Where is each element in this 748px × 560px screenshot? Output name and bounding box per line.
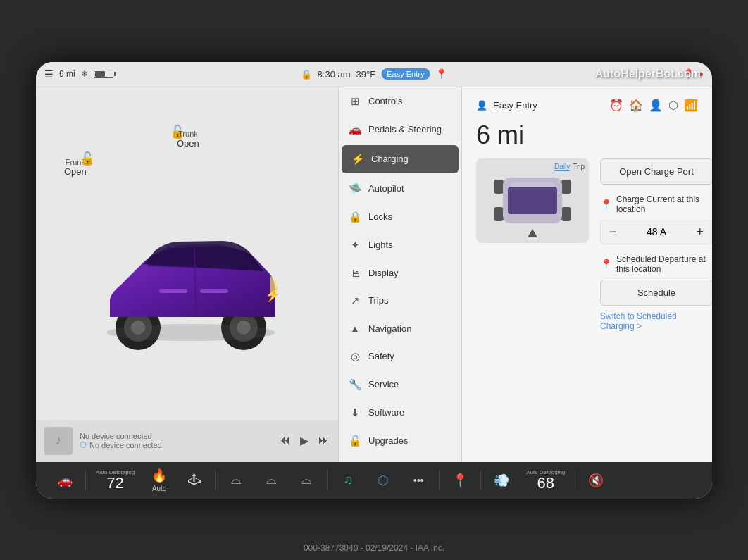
svg-rect-11: [494, 180, 504, 194]
autopilot-label: Autopilot: [368, 183, 404, 194]
svg-rect-13: [561, 180, 571, 194]
menu-item-service[interactable]: 🔧 Service: [339, 371, 461, 399]
service-label: Service: [368, 379, 399, 390]
menu-item-navigation[interactable]: ▲ Navigation: [339, 315, 461, 342]
time-display: 8:30 am: [318, 69, 351, 80]
trip-tab[interactable]: Trip: [573, 163, 585, 171]
display-label: Display: [368, 268, 399, 278]
menu-item-upgrades[interactable]: 🔓 Upgrades: [339, 427, 461, 455]
upgrades-icon: 🔓: [349, 435, 361, 447]
menu-item-autopilot[interactable]: 🛸 Autopilot: [339, 175, 461, 203]
wiper-2-button[interactable]: ⌓: [254, 470, 289, 490]
charging-panel: 👤 Easy Entry ⏰ 🏠 👤 ⬡ 📶 6 mi Daily: [462, 87, 712, 462]
upgrades-label: Upgrades: [368, 435, 408, 446]
increase-current-button[interactable]: +: [696, 225, 704, 239]
driver-temp-value: 72: [106, 475, 123, 491]
menu-item-lights[interactable]: ✦ Lights: [339, 231, 461, 259]
frunk-status: Open: [64, 166, 87, 177]
spotify-icon: ♫: [343, 473, 353, 487]
taskbar: 🚗 Auto Defogging 72 🔥 Auto 🕹 ⌓ ⌓ ⌓ ♫: [36, 462, 712, 499]
profile-icon: 👤: [476, 100, 487, 111]
fan-button[interactable]: 💨: [484, 470, 519, 491]
signal-icon: 📶: [684, 99, 698, 112]
current-control: − 48 A +: [600, 220, 712, 244]
daily-trip-tabs: Daily Trip: [554, 163, 585, 171]
home-icon: 🏠: [629, 99, 643, 112]
battery-mileage: 6 mi: [476, 120, 698, 150]
software-label: Software: [368, 407, 404, 418]
next-track-button[interactable]: ⏭: [318, 434, 330, 447]
daily-tab[interactable]: Daily: [554, 163, 570, 171]
safety-label: Safety: [368, 351, 394, 361]
play-button[interactable]: ▶: [300, 434, 308, 447]
scheduled-departure-row: 📍 Scheduled Departure at this location: [600, 254, 712, 274]
charge-location-pin: 📍: [600, 199, 612, 210]
menu-item-display[interactable]: 🖥 Display: [339, 259, 461, 287]
pedals-label: Pedals & Steering: [368, 124, 442, 135]
schedule-button[interactable]: Schedule: [600, 280, 712, 306]
charging-label: Charging: [371, 154, 409, 164]
bluetooth-button[interactable]: ⬡: [366, 470, 401, 491]
menu-icon[interactable]: ☰: [44, 68, 54, 80]
passenger-temp[interactable]: Auto Defogging 68: [519, 466, 572, 494]
volume-icon: 🔇: [588, 473, 604, 488]
heat-controls[interactable]: 🔥 Auto: [142, 465, 177, 495]
charging-icon: ⚡: [351, 153, 364, 166]
wiper1-icon: ⌓: [231, 473, 241, 487]
service-icon: 🔧: [349, 378, 361, 391]
spotify-button[interactable]: ♫: [330, 470, 366, 490]
menu-item-pedals[interactable]: 🚗 Pedals & Steering: [339, 116, 461, 144]
svg-rect-7: [159, 289, 187, 293]
locks-label: Locks: [368, 211, 392, 222]
location-icon: 📍: [435, 68, 447, 80]
divider-5: [480, 470, 481, 491]
prev-track-button[interactable]: ⏮: [279, 434, 290, 447]
menu-item-safety[interactable]: ◎ Safety: [339, 342, 461, 371]
watermark: AutoHelperBot.com: [595, 68, 701, 80]
divider-2: [215, 470, 216, 491]
bluetooth2-icon: ⬡: [668, 99, 678, 112]
volume-button[interactable]: 🔇: [578, 470, 613, 491]
nav-button[interactable]: 📍: [442, 470, 478, 491]
car-illustration: ⚡: [82, 197, 293, 352]
divider-3: [327, 470, 328, 491]
menu-item-controls[interactable]: ⊞ Controls: [339, 87, 461, 116]
charge-location-label: Charge Current at this location: [616, 194, 712, 214]
driver-temp[interactable]: Auto Defogging 72: [89, 466, 142, 494]
bluetooth-icon: ⬡: [80, 440, 87, 449]
easy-entry-label: Easy Entry: [493, 100, 537, 111]
frunk-lock-icon: 🔓: [80, 151, 95, 166]
wiper-1-button[interactable]: ⌓: [218, 470, 254, 490]
lock-status-icon: 🔒: [301, 69, 312, 80]
switch-to-scheduled-link[interactable]: Switch to Scheduled Charging >: [600, 311, 712, 331]
menu-item-software[interactable]: ⬇ Software: [339, 399, 461, 427]
car-home-button[interactable]: 🚗: [47, 470, 82, 491]
alarm-icon: ⏰: [609, 99, 623, 112]
open-charge-port-button[interactable]: Open Charge Port: [600, 158, 712, 185]
lights-icon: ✦: [349, 239, 361, 251]
media-controls[interactable]: ⏮ ▶ ⏭: [279, 434, 330, 447]
charging-header: 👤 Easy Entry ⏰ 🏠 👤 ⬡ 📶: [476, 99, 698, 112]
trunk-status: Open: [177, 138, 199, 149]
battery-indicator: [94, 70, 113, 78]
safety-icon: ◎: [349, 350, 361, 363]
wiper3-icon: ⌓: [301, 473, 311, 487]
menu-item-locks[interactable]: 🔒 Locks: [339, 203, 461, 231]
header-icons: ⏰ 🏠 👤 ⬡ 📶: [609, 99, 698, 112]
trunk-label: Trunk Open: [177, 130, 199, 149]
pedals-icon: 🚗: [349, 123, 361, 136]
svg-text:⚡: ⚡: [265, 287, 281, 303]
car-svg: ⚡: [82, 197, 293, 352]
controls-icon: ⊞: [349, 95, 361, 108]
more-button[interactable]: •••: [401, 472, 436, 489]
steering-heat-button[interactable]: 🕹: [177, 470, 212, 490]
svg-point-10: [106, 324, 275, 341]
current-value-display: 48 A: [625, 226, 688, 237]
main-content: Frunk Open 🔓 Trunk Open 🔓: [36, 87, 712, 462]
fan-icon: 💨: [494, 473, 509, 488]
menu-item-charging[interactable]: ⚡ Charging: [342, 145, 459, 173]
wiper-3-button[interactable]: ⌓: [289, 470, 324, 490]
divider-1: [85, 470, 86, 491]
menu-item-trips[interactable]: ↗ Trips: [339, 287, 461, 315]
decrease-current-button[interactable]: −: [609, 225, 617, 239]
